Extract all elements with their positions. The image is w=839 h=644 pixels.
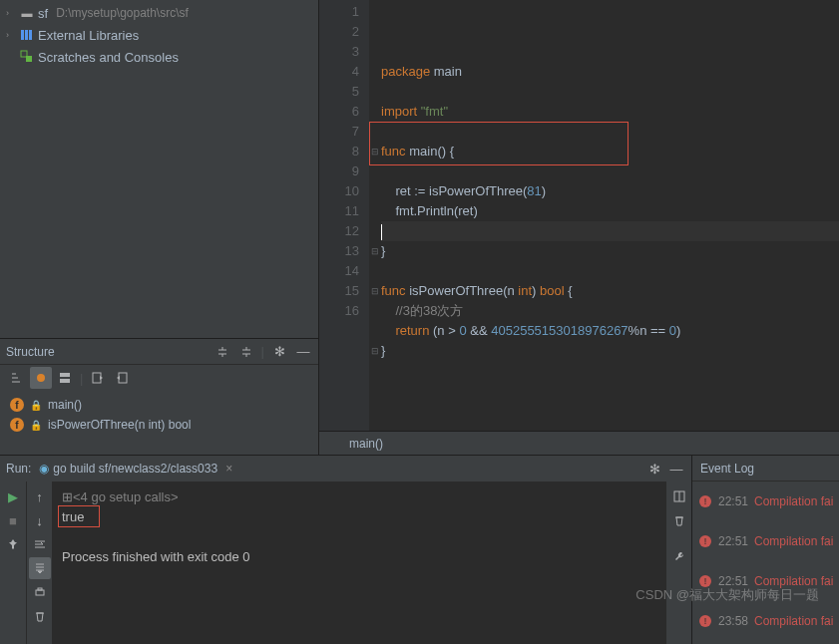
run-tab[interactable]: ◉ go build sf/newclass2/class033 × — [39, 462, 232, 476]
editor: 12345678910111213141516 package main imp… — [319, 0, 839, 455]
svg-rect-8 — [93, 373, 101, 383]
stop-icon[interactable]: ■ — [2, 509, 24, 531]
minimize-icon[interactable]: — — [667, 460, 685, 478]
gear-icon[interactable]: ✻ — [645, 460, 663, 478]
structure-item[interactable]: f🔒isPowerOfThree(n int) bool — [0, 415, 318, 435]
project-path: D:\mysetup\gopath\src\sf — [56, 6, 189, 20]
run-panel: Run: ◉ go build sf/newclass2/class033 × … — [0, 456, 691, 644]
svg-rect-4 — [26, 56, 32, 62]
svg-rect-11 — [38, 588, 42, 590]
run-label: Run: — [6, 462, 31, 476]
function-icon: f — [10, 398, 24, 412]
autoscroll-from-icon[interactable] — [111, 367, 133, 389]
collapse-icon[interactable] — [237, 343, 255, 361]
function-icon: f — [10, 418, 24, 432]
event-log-item[interactable]: !22:51Compilation failed — [692, 521, 839, 561]
autoscroll-source-icon[interactable] — [87, 367, 109, 389]
lock-icon: 🔒 — [30, 400, 42, 411]
external-libraries-label: External Libraries — [38, 28, 139, 43]
layout-icon[interactable] — [668, 485, 690, 507]
svg-text:!: ! — [704, 616, 707, 626]
fields-icon[interactable] — [30, 367, 52, 389]
svg-text:!: ! — [704, 576, 707, 586]
output-setup: <4 go setup calls> — [73, 489, 179, 504]
event-log-title: Event Log — [692, 456, 839, 482]
svg-rect-7 — [60, 379, 70, 383]
structure-item[interactable]: f🔒main() — [0, 395, 318, 415]
svg-point-5 — [37, 374, 45, 382]
structure-panel: Structure | ✻ — | f🔒main()f🔒isPowerOfThr… — [0, 338, 318, 455]
chevron-right-icon: › — [6, 30, 16, 40]
svg-rect-0 — [21, 30, 24, 40]
gutter[interactable]: 12345678910111213141516 — [319, 0, 369, 431]
scratch-icon — [20, 50, 34, 64]
error-icon: ! — [698, 534, 712, 548]
error-icon: ! — [698, 614, 712, 628]
scroll-icon[interactable] — [29, 557, 51, 579]
error-icon: ! — [698, 574, 712, 588]
print-icon[interactable] — [29, 581, 51, 603]
run-output[interactable]: ⊞<4 go setup calls> true Process finishe… — [52, 482, 665, 644]
project-tree[interactable]: › ▬ sf D:\mysetup\gopath\src\sf › Extern… — [0, 0, 318, 338]
project-name: sf — [38, 6, 48, 21]
rerun-icon[interactable]: ▶ — [2, 485, 24, 507]
svg-rect-9 — [119, 373, 127, 383]
close-icon[interactable]: × — [225, 462, 232, 476]
scratches-label: Scratches and Consoles — [38, 50, 179, 65]
go-icon: ◉ — [39, 462, 49, 476]
svg-rect-1 — [25, 30, 28, 40]
pin-icon[interactable] — [2, 533, 24, 555]
gear-icon[interactable]: ✻ — [270, 343, 288, 361]
up-icon[interactable]: ↑ — [29, 485, 51, 507]
event-log-item[interactable]: !22:51Compilation failed — [692, 561, 839, 601]
run-toolbar-left: ▶ ■ — [0, 482, 26, 644]
trash-icon[interactable] — [29, 605, 51, 627]
structure-toolbar: | — [0, 365, 318, 391]
wrap-icon[interactable] — [29, 533, 51, 555]
breadcrumb[interactable]: main() — [319, 431, 839, 455]
lock-icon: 🔒 — [30, 420, 42, 431]
structure-list: f🔒main()f🔒isPowerOfThree(n int) bool — [0, 391, 318, 455]
chevron-right-icon: › — [6, 8, 16, 18]
run-toolbar-right — [665, 482, 691, 644]
wrench-icon[interactable] — [668, 545, 690, 567]
svg-rect-10 — [36, 590, 44, 595]
output-result: true — [62, 509, 84, 524]
error-icon: ! — [698, 494, 712, 508]
structure-title: Structure — [6, 345, 208, 359]
folder-icon: ▬ — [20, 6, 34, 20]
svg-rect-6 — [60, 373, 70, 377]
event-log-item[interactable]: !23:58Compilation failed — [692, 601, 839, 641]
project-root[interactable]: › ▬ sf D:\mysetup\gopath\src\sf — [0, 2, 318, 24]
expand-icon[interactable] — [213, 343, 231, 361]
event-log-item[interactable]: !22:51Compilation failed — [692, 482, 839, 521]
output-exit: Process finished with exit code 0 — [62, 547, 655, 567]
code-content[interactable]: package main import "fmt" ⊟func main() {… — [369, 0, 839, 431]
down-icon[interactable]: ↓ — [29, 509, 51, 531]
svg-text:!: ! — [704, 496, 707, 506]
scratches[interactable]: Scratches and Consoles — [0, 46, 318, 68]
event-log-panel: Event Log !22:51Compilation failed!22:51… — [691, 456, 839, 644]
external-libraries[interactable]: › External Libraries — [0, 24, 318, 46]
svg-text:!: ! — [704, 536, 707, 546]
minimize-icon[interactable]: — — [294, 343, 312, 361]
sort-icon[interactable] — [6, 367, 28, 389]
group-icon[interactable] — [54, 367, 76, 389]
svg-rect-2 — [29, 30, 32, 40]
run-toolbar-2: ↑ ↓ — [26, 482, 52, 644]
trash-icon[interactable] — [668, 509, 690, 531]
library-icon — [20, 28, 34, 42]
